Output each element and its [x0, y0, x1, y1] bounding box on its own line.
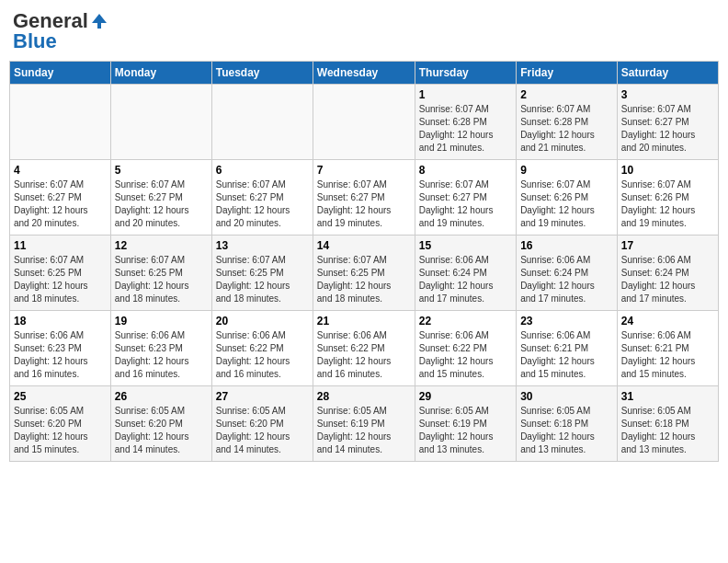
- calendar-cell: 26Sunrise: 6:05 AM Sunset: 6:20 PM Dayli…: [110, 386, 211, 462]
- calendar-cell: 20Sunrise: 6:06 AM Sunset: 6:22 PM Dayli…: [211, 311, 313, 386]
- day-info: Sunrise: 6:07 AM Sunset: 6:27 PM Dayligh…: [419, 178, 512, 230]
- calendar-cell: 6Sunrise: 6:07 AM Sunset: 6:27 PM Daylig…: [211, 160, 313, 236]
- weekday-header-saturday: Saturday: [617, 62, 718, 85]
- calendar-cell: 3Sunrise: 6:07 AM Sunset: 6:27 PM Daylig…: [617, 85, 718, 160]
- calendar-cell: 2Sunrise: 6:07 AM Sunset: 6:28 PM Daylig…: [517, 85, 618, 160]
- day-info: Sunrise: 6:06 AM Sunset: 6:22 PM Dayligh…: [317, 329, 411, 381]
- day-info: Sunrise: 6:05 AM Sunset: 6:18 PM Dayligh…: [520, 405, 613, 456]
- calendar-cell: 27Sunrise: 6:05 AM Sunset: 6:20 PM Dayli…: [211, 386, 313, 462]
- day-number: 9: [520, 164, 613, 177]
- day-number: 18: [14, 315, 107, 327]
- calendar-cell: 28Sunrise: 6:05 AM Sunset: 6:19 PM Dayli…: [313, 386, 415, 462]
- calendar-cell: 16Sunrise: 6:06 AM Sunset: 6:24 PM Dayli…: [517, 236, 618, 311]
- day-info: Sunrise: 6:07 AM Sunset: 6:26 PM Dayligh…: [520, 178, 613, 230]
- day-number: 26: [115, 390, 208, 403]
- day-info: Sunrise: 6:05 AM Sunset: 6:20 PM Dayligh…: [115, 405, 208, 456]
- day-number: 22: [419, 315, 512, 327]
- day-info: Sunrise: 6:06 AM Sunset: 6:23 PM Dayligh…: [115, 329, 208, 381]
- calendar-cell: 19Sunrise: 6:06 AM Sunset: 6:23 PM Dayli…: [110, 311, 211, 386]
- day-info: Sunrise: 6:06 AM Sunset: 6:24 PM Dayligh…: [520, 254, 613, 305]
- calendar-cell: 17Sunrise: 6:06 AM Sunset: 6:24 PM Dayli…: [617, 236, 718, 311]
- day-number: 17: [621, 239, 714, 252]
- day-number: 31: [621, 390, 714, 403]
- day-info: Sunrise: 6:05 AM Sunset: 6:20 PM Dayligh…: [216, 405, 309, 456]
- calendar-cell: 12Sunrise: 6:07 AM Sunset: 6:25 PM Dayli…: [110, 236, 211, 311]
- day-info: Sunrise: 6:07 AM Sunset: 6:25 PM Dayligh…: [14, 254, 107, 305]
- calendar-cell: 5Sunrise: 6:07 AM Sunset: 6:27 PM Daylig…: [110, 160, 211, 236]
- calendar-cell: 9Sunrise: 6:07 AM Sunset: 6:26 PM Daylig…: [517, 160, 618, 236]
- day-info: Sunrise: 6:06 AM Sunset: 6:22 PM Dayligh…: [216, 329, 309, 381]
- calendar-cell: 7Sunrise: 6:07 AM Sunset: 6:27 PM Daylig…: [313, 160, 415, 236]
- weekday-header-sunday: Sunday: [10, 62, 111, 85]
- day-number: 28: [317, 390, 411, 403]
- calendar-cell: 18Sunrise: 6:06 AM Sunset: 6:23 PM Dayli…: [10, 311, 111, 386]
- day-info: Sunrise: 6:07 AM Sunset: 6:27 PM Dayligh…: [115, 178, 208, 230]
- weekday-header-tuesday: Tuesday: [211, 62, 313, 85]
- day-number: 6: [216, 164, 309, 177]
- logo-icon: [90, 12, 108, 30]
- weekday-header-thursday: Thursday: [415, 62, 516, 85]
- calendar-cell: 11Sunrise: 6:07 AM Sunset: 6:25 PM Dayli…: [10, 236, 111, 311]
- day-number: 10: [621, 164, 714, 177]
- day-number: 29: [419, 390, 512, 403]
- day-info: Sunrise: 6:06 AM Sunset: 6:22 PM Dayligh…: [419, 329, 512, 381]
- calendar-cell: 13Sunrise: 6:07 AM Sunset: 6:25 PM Dayli…: [211, 236, 313, 311]
- day-info: Sunrise: 6:07 AM Sunset: 6:27 PM Dayligh…: [14, 178, 107, 230]
- day-number: 19: [115, 315, 208, 327]
- calendar: SundayMondayTuesdayWednesdayThursdayFrid…: [9, 61, 719, 462]
- logo: General Blue: [13, 9, 108, 53]
- day-info: Sunrise: 6:07 AM Sunset: 6:25 PM Dayligh…: [115, 254, 208, 305]
- calendar-cell: 21Sunrise: 6:06 AM Sunset: 6:22 PM Dayli…: [313, 311, 415, 386]
- day-number: 4: [14, 164, 107, 177]
- calendar-cell: [211, 85, 313, 160]
- calendar-cell: 14Sunrise: 6:07 AM Sunset: 6:25 PM Dayli…: [313, 236, 415, 311]
- calendar-cell: [10, 85, 111, 160]
- day-info: Sunrise: 6:05 AM Sunset: 6:20 PM Dayligh…: [14, 405, 107, 456]
- day-number: 14: [317, 239, 411, 252]
- day-number: 27: [216, 390, 309, 403]
- day-number: 25: [14, 390, 107, 403]
- calendar-cell: [313, 85, 415, 160]
- day-number: 12: [115, 239, 208, 252]
- calendar-cell: 30Sunrise: 6:05 AM Sunset: 6:18 PM Dayli…: [517, 386, 618, 462]
- day-number: 7: [317, 164, 411, 177]
- day-info: Sunrise: 6:06 AM Sunset: 6:21 PM Dayligh…: [621, 329, 714, 381]
- day-info: Sunrise: 6:05 AM Sunset: 6:19 PM Dayligh…: [317, 405, 411, 456]
- day-info: Sunrise: 6:05 AM Sunset: 6:19 PM Dayligh…: [419, 405, 512, 456]
- day-info: Sunrise: 6:07 AM Sunset: 6:27 PM Dayligh…: [216, 178, 309, 230]
- day-number: 2: [520, 88, 613, 101]
- calendar-cell: 10Sunrise: 6:07 AM Sunset: 6:26 PM Dayli…: [617, 160, 718, 236]
- day-info: Sunrise: 6:07 AM Sunset: 6:28 PM Dayligh…: [419, 103, 512, 155]
- calendar-cell: 1Sunrise: 6:07 AM Sunset: 6:28 PM Daylig…: [415, 85, 516, 160]
- calendar-cell: 29Sunrise: 6:05 AM Sunset: 6:19 PM Dayli…: [415, 386, 516, 462]
- day-number: 11: [14, 239, 107, 252]
- calendar-cell: [110, 85, 211, 160]
- calendar-cell: 25Sunrise: 6:05 AM Sunset: 6:20 PM Dayli…: [10, 386, 111, 462]
- day-number: 8: [419, 164, 512, 177]
- day-number: 20: [216, 315, 309, 327]
- logo-blue: Blue: [13, 29, 57, 53]
- page-header: General Blue: [9, 9, 719, 53]
- day-number: 3: [621, 88, 714, 101]
- day-info: Sunrise: 6:07 AM Sunset: 6:25 PM Dayligh…: [216, 254, 309, 305]
- day-info: Sunrise: 6:06 AM Sunset: 6:23 PM Dayligh…: [14, 329, 107, 381]
- calendar-cell: 22Sunrise: 6:06 AM Sunset: 6:22 PM Dayli…: [415, 311, 516, 386]
- day-number: 5: [115, 164, 208, 177]
- day-info: Sunrise: 6:07 AM Sunset: 6:28 PM Dayligh…: [520, 103, 613, 155]
- day-number: 13: [216, 239, 309, 252]
- calendar-cell: 15Sunrise: 6:06 AM Sunset: 6:24 PM Dayli…: [415, 236, 516, 311]
- day-info: Sunrise: 6:07 AM Sunset: 6:27 PM Dayligh…: [621, 103, 714, 155]
- day-info: Sunrise: 6:06 AM Sunset: 6:24 PM Dayligh…: [621, 254, 714, 305]
- day-number: 21: [317, 315, 411, 327]
- day-info: Sunrise: 6:06 AM Sunset: 6:21 PM Dayligh…: [520, 329, 613, 381]
- day-info: Sunrise: 6:05 AM Sunset: 6:18 PM Dayligh…: [621, 405, 714, 456]
- weekday-header-monday: Monday: [110, 62, 211, 85]
- calendar-cell: 31Sunrise: 6:05 AM Sunset: 6:18 PM Dayli…: [617, 386, 718, 462]
- day-info: Sunrise: 6:07 AM Sunset: 6:26 PM Dayligh…: [621, 178, 714, 230]
- day-number: 24: [621, 315, 714, 327]
- weekday-header-wednesday: Wednesday: [313, 62, 415, 85]
- day-info: Sunrise: 6:07 AM Sunset: 6:25 PM Dayligh…: [317, 254, 411, 305]
- day-number: 1: [419, 88, 512, 101]
- day-number: 16: [520, 239, 613, 252]
- svg-marker-0: [92, 14, 107, 29]
